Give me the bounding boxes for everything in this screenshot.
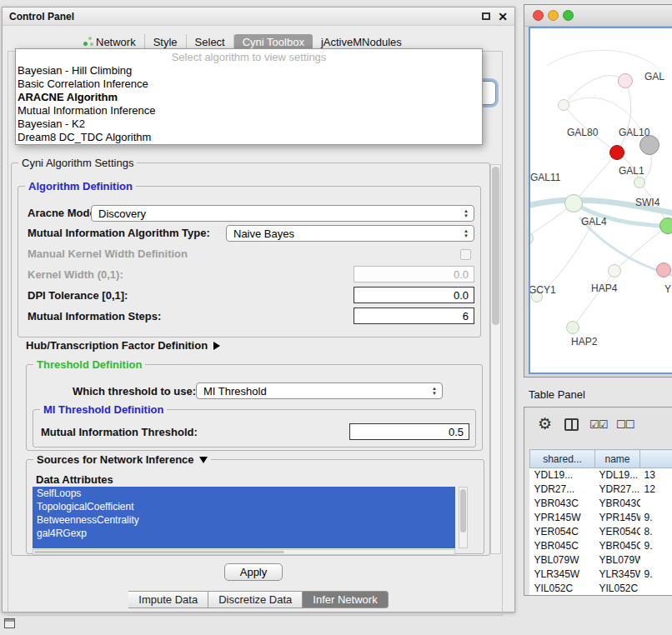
- manual-kernel-label: Manual Kernel Width Definition: [28, 248, 188, 261]
- table-body: YDL19... YDL19... 13 YDR27... YDR27... 1…: [530, 468, 672, 596]
- mi-threshold-label: Mutual Information Threshold:: [41, 426, 198, 439]
- dropdown-item[interactable]: ARACNE Algorithm: [16, 91, 482, 104]
- zoom-button[interactable]: [563, 10, 574, 21]
- column-header[interactable]: name: [595, 450, 640, 468]
- table-row[interactable]: YER054C YER054C 8.: [530, 525, 672, 539]
- attribute-list[interactable]: SelfLoops TopologicalCoefficient Between…: [33, 487, 455, 548]
- attribute-list-item-partial[interactable]: [33, 540, 455, 548]
- cell-name: YDR27...: [595, 482, 640, 497]
- tab[interactable]: jActiveMNodules: [313, 34, 410, 50]
- cell-name: YBL079W: [595, 553, 640, 568]
- settings-scrollbar[interactable]: [490, 164, 501, 554]
- float-window-icon[interactable]: [482, 12, 490, 20]
- network-node[interactable]: [634, 177, 645, 188]
- cell-value: 9.: [640, 539, 672, 553]
- attribute-list-vertical-scrollbar[interactable]: [459, 487, 468, 548]
- network-node-label: Y: [664, 283, 671, 295]
- table-row[interactable]: YDL19... YDL19... 13: [530, 468, 672, 482]
- mi-type-value: Naive Bayes: [233, 228, 294, 240]
- bottom-tab[interactable]: Impute Data: [128, 591, 208, 608]
- sources-header[interactable]: Sources for Network Inference: [33, 453, 211, 466]
- cell-value: 12: [640, 482, 672, 497]
- tab-label: Style: [153, 36, 178, 48]
- network-node[interactable]: [608, 264, 621, 278]
- column-header[interactable]: shared...: [530, 450, 595, 468]
- attribute-list-item[interactable]: gal4RGexp: [33, 527, 455, 540]
- bottom-tab[interactable]: Infer Network: [303, 591, 388, 608]
- attribute-list-horizontal-scrollbar[interactable]: [33, 549, 455, 555]
- window-title: Control Panel: [9, 11, 482, 22]
- dropdown-item[interactable]: Bayesian - K2: [16, 118, 482, 131]
- columns-icon[interactable]: [564, 418, 579, 431]
- close-window-icon[interactable]: ✕: [498, 11, 508, 22]
- minimize-button[interactable]: [548, 10, 559, 21]
- cell-value: [640, 582, 672, 596]
- table-row[interactable]: YLR345W YLR345W 9.: [530, 568, 672, 582]
- hub-definition-header[interactable]: Hub/Transcription Factor Definition: [26, 339, 220, 352]
- attribute-list-item[interactable]: BetweennessCentrality: [33, 513, 455, 527]
- which-threshold-value: MI Threshold: [203, 385, 267, 398]
- cell-shared-name: YBL079W: [530, 553, 595, 568]
- bottom-tab[interactable]: Discretize Data: [208, 591, 303, 608]
- tab[interactable]: Network: [74, 34, 145, 50]
- table-row[interactable]: YDR27... YDR27... 12: [530, 482, 672, 497]
- dpi-tolerance-field[interactable]: 0.0: [354, 287, 474, 303]
- select-all-checkboxes-icon[interactable]: ☑☑: [589, 418, 607, 431]
- table-row[interactable]: YBL079W YBL079W: [530, 553, 672, 568]
- data-attributes-label: Data Attributes: [36, 473, 113, 487]
- mi-type-combo[interactable]: Naive Bayes: [226, 225, 474, 242]
- network-node-label: GAL1: [619, 165, 644, 177]
- close-button[interactable]: [533, 10, 544, 21]
- aracne-mode-combo[interactable]: Discovery: [91, 205, 474, 222]
- kernel-width-label: Kernel Width (0,1):: [28, 268, 123, 282]
- gear-icon[interactable]: ⚙: [538, 416, 552, 432]
- cell-shared-name: YIL052C: [530, 582, 595, 596]
- network-node[interactable]: [659, 218, 672, 234]
- attribute-list-item[interactable]: SelfLoops: [33, 487, 455, 500]
- dock-panel-icon[interactable]: [4, 618, 15, 628]
- settings-group-title: Cyni Algorithm Settings: [18, 157, 137, 169]
- cell-name: YLR345W: [595, 568, 640, 582]
- manual-kernel-checkbox[interactable]: [460, 249, 471, 260]
- table-row[interactable]: YPR145W YPR145W 9.: [530, 511, 672, 525]
- apply-button[interactable]: Apply: [224, 563, 283, 581]
- dropdown-item[interactable]: Basic Correlation Inference: [16, 78, 482, 91]
- table-panel-window: ⚙ ☑☑ ☐☐ shared...name YDL19... YDL19... …: [524, 407, 672, 596]
- network-node-label: GAL11: [530, 172, 560, 183]
- dropdown-item[interactable]: Dream8 DC_TDC Algorithm: [16, 131, 482, 144]
- dropdown-item[interactable]: Bayesian - Hill Climbing: [16, 64, 482, 78]
- tab[interactable]: Cyni Toolbox: [234, 34, 313, 50]
- network-node[interactable]: [566, 321, 579, 334]
- cell-shared-name: YBR045C: [530, 539, 595, 553]
- combo-arrows-icon: [461, 208, 474, 218]
- mi-threshold-field[interactable]: 0.5: [349, 423, 469, 440]
- cell-name: YIL052C: [595, 582, 640, 596]
- tab[interactable]: Select: [187, 34, 234, 50]
- mi-steps-field[interactable]: 6: [354, 308, 474, 324]
- aracne-mode-label: Aracne Mode:: [28, 207, 99, 220]
- network-node[interactable]: [656, 262, 671, 278]
- column-header[interactable]: [640, 450, 672, 468]
- tab[interactable]: Style: [145, 34, 187, 50]
- network-node[interactable]: [558, 99, 569, 111]
- clear-checkboxes-icon[interactable]: ☐☐: [616, 418, 634, 431]
- attribute-list-item[interactable]: TopologicalCoefficient: [33, 500, 455, 513]
- network-node-label: HAP4: [591, 282, 617, 294]
- desktop: Control Panel ✕ Network Style Select: [0, 0, 672, 635]
- cell-shared-name: YDR27...: [530, 482, 595, 497]
- network-node[interactable]: [609, 145, 624, 160]
- combo-arrows-icon: [429, 386, 442, 396]
- dpi-tolerance-label: DPI Tolerance [0,1]:: [28, 289, 128, 302]
- network-node[interactable]: [618, 73, 633, 88]
- tab-label: Cyni Toolbox: [243, 36, 304, 48]
- table-row[interactable]: YBR043C YBR043C: [530, 497, 672, 511]
- aracne-mode-value: Discovery: [98, 208, 146, 220]
- dropdown-item[interactable]: Mutual Information Inference: [16, 104, 482, 118]
- table-row[interactable]: YBR045C YBR045C 9.: [530, 539, 672, 553]
- network-node[interactable]: [564, 194, 583, 212]
- cell-shared-name: YDL19...: [530, 468, 595, 482]
- network-canvas[interactable]: GALGAL80GAL10GAL11GAL1SWI4GAL4GCY1HAP4YH…: [529, 27, 672, 374]
- which-threshold-combo[interactable]: MI Threshold: [196, 382, 443, 399]
- kernel-width-field: 0.0: [354, 266, 474, 282]
- table-row[interactable]: YIL052C YIL052C: [530, 582, 672, 596]
